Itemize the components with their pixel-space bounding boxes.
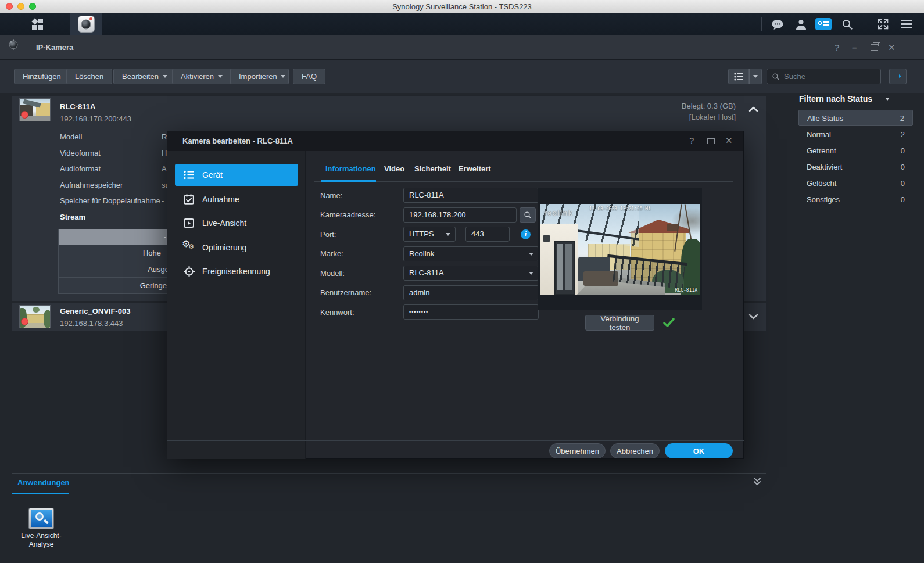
name-input[interactable]: RLC-811A [403, 188, 539, 203]
filter-item-getrennt[interactable]: Getrennt 0 [798, 142, 913, 159]
filter-item-sonstiges[interactable]: Sonstiges 0 [798, 191, 913, 207]
search-icon [841, 19, 853, 30]
username-label: Benutzername: [320, 288, 371, 297]
dialog-nav-live-ansicht[interactable]: Live-Ansicht [175, 212, 298, 234]
brand-value: Reolink [409, 249, 434, 258]
search-icon [772, 73, 780, 81]
tab-informationen[interactable]: Informationen [325, 164, 376, 173]
taskbar-tab-ip-camera[interactable] [70, 13, 102, 35]
nav-label: Aufnahme [202, 195, 239, 204]
filter-count: 0 [901, 179, 905, 188]
cancel-button[interactable]: Abbrechen [610, 443, 660, 458]
delete-button[interactable]: Löschen [66, 69, 112, 84]
filter-item-geloescht[interactable]: Gelöscht 0 [798, 175, 913, 191]
app-label-line1: Live-Ansicht- [9, 532, 73, 540]
dialog-help-button[interactable]: ? [689, 135, 694, 145]
detail-label: Modell [60, 132, 82, 141]
nav-label: Gerät [202, 170, 223, 180]
address-search-button[interactable] [520, 207, 536, 223]
chat-button[interactable] [766, 13, 789, 35]
filter-item-alle-status[interactable]: Alle Status 2 [798, 110, 913, 126]
detail-label: Speicher für Doppelaufnahme [60, 196, 160, 205]
minimize-traffic-light[interactable] [17, 3, 24, 10]
side-panel-toggle-button[interactable] [889, 69, 907, 84]
window-minimize-button[interactable]: – [852, 42, 857, 52]
notifications-button[interactable] [811, 13, 836, 35]
nav-label: Live-Ansicht [202, 218, 246, 228]
dialog-nav-aufnahme[interactable]: Aufnahme [175, 188, 298, 210]
recording-indicator [21, 111, 28, 119]
main-menu-button[interactable] [21, 13, 53, 35]
tab-erweitert[interactable]: Erweitert [459, 164, 491, 173]
close-traffic-light[interactable] [6, 3, 13, 10]
dialog-footer-divider [167, 440, 744, 441]
edit-button[interactable]: Bearbeiten [113, 69, 176, 84]
dialog-titlebar: Kamera bearbeiten - RLC-811A ? ✕ [167, 131, 743, 151]
window-restore-button[interactable] [871, 44, 878, 51]
user-button[interactable] [789, 13, 812, 35]
stream-row[interactable]: Ausge [59, 261, 169, 277]
global-search-button[interactable] [836, 13, 859, 35]
double-chevron-down-icon[interactable] [752, 476, 762, 487]
port-input[interactable]: 443 [465, 227, 510, 242]
filter-count: 0 [901, 163, 905, 171]
faq-button[interactable]: FAQ [293, 69, 325, 84]
dialog-maximize-button[interactable] [707, 138, 715, 144]
activate-button[interactable]: Aktivieren [172, 69, 231, 84]
chevron-down-icon [446, 233, 450, 236]
filter-item-normal[interactable]: Normal 2 [798, 126, 913, 142]
active-tab-underline [321, 180, 376, 182]
dialog-nav-ereigniserkennung[interactable]: Ereigniserkennung [175, 260, 298, 282]
stream-row[interactable]: Geringe [59, 277, 169, 293]
import-dropdown-button[interactable] [277, 69, 289, 84]
chevron-down-icon [529, 272, 533, 275]
dialog-nav-optimierung[interactable]: ⚙ ⚙ Optimierung [175, 236, 298, 259]
filter-item-deaktiviert[interactable]: Deaktiviert 0 [798, 159, 913, 175]
nav-label: Ereigniserkennung [202, 267, 270, 276]
ok-button[interactable]: OK [665, 443, 733, 458]
stream-section-title: Stream [60, 213, 85, 221]
window-close-button[interactable]: ✕ [888, 42, 896, 53]
stream-row[interactable]: Hohe [59, 245, 169, 261]
username-input[interactable]: admin [403, 285, 539, 300]
tab-sicherheit[interactable]: Sicherheit [414, 164, 451, 173]
chevron-down-icon [281, 75, 285, 78]
tab-video[interactable]: Video [384, 164, 404, 173]
view-mode-dropdown-button[interactable] [749, 69, 762, 84]
tab-anwendungen[interactable]: Anwendungen [17, 478, 70, 487]
apply-button[interactable]: Übernehmen [549, 443, 606, 458]
view-mode-button[interactable] [728, 69, 749, 84]
chevron-down-icon [163, 75, 167, 78]
camera-name: RLC-811A [60, 102, 95, 111]
port-label: Port: [320, 230, 336, 239]
port-info-icon[interactable]: i [521, 229, 531, 239]
zoom-traffic-light[interactable] [29, 3, 36, 10]
expand-chevron-icon[interactable] [748, 313, 758, 320]
search-input[interactable]: Suche [767, 69, 881, 84]
test-connection-button[interactable]: Verbindung testen [585, 315, 654, 331]
taskbar-separator-2 [866, 17, 866, 31]
add-button[interactable]: Hinzufügen [14, 69, 70, 84]
dialog-close-button[interactable]: ✕ [725, 135, 733, 146]
apps-separator [12, 473, 766, 474]
protocol-select[interactable]: HTTPS [403, 227, 456, 242]
collapse-chevron-icon[interactable] [748, 106, 758, 113]
fullscreen-button[interactable] [871, 13, 895, 35]
filter-panel-title[interactable]: Filtern nach Status [799, 94, 872, 103]
password-input[interactable]: •••••••• [403, 304, 539, 320]
filter-count: 0 [901, 195, 905, 204]
brand-select[interactable]: Reolink [403, 246, 539, 261]
dialog-nav-geraet[interactable]: Gerät [175, 164, 298, 186]
camera-address-input[interactable]: 192.168.178.200 [403, 207, 517, 223]
taskbar-menu-button[interactable] [895, 13, 918, 35]
live-view-analysis-app-icon[interactable] [28, 508, 54, 529]
window-help-button[interactable]: ? [835, 42, 839, 52]
model-select[interactable]: RLC-811A [403, 266, 539, 281]
stream-table-header: - [59, 229, 169, 245]
recording-calendar-icon [183, 193, 195, 205]
password-label: Kennwort: [320, 308, 354, 317]
connection-ok-check-icon [662, 315, 676, 329]
edit-camera-dialog: Kamera bearbeiten - RLC-811A ? ✕ Gerät [167, 131, 744, 459]
camera-app-icon [78, 16, 95, 33]
filter-label: Deaktiviert [807, 163, 842, 171]
